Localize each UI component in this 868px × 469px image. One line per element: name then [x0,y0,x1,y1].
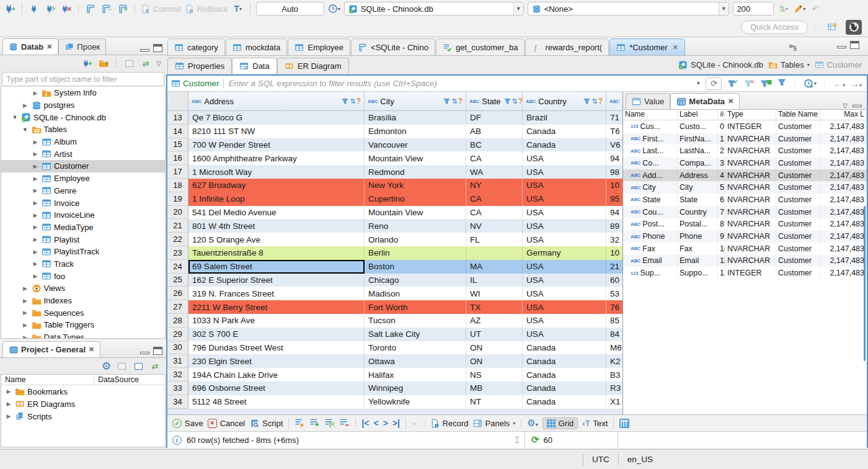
rollback-button[interactable]: Rollback [185,4,228,14]
grid-row[interactable]: 17 1 Microsoft Way Redmond WA USA 98 [167,165,622,179]
cell-country[interactable]: Canada [523,368,606,382]
tree-item[interactable]: Indexes [1,295,165,307]
new-connection-icon[interactable]: + [81,57,93,69]
cell-address[interactable]: 69 Salem Street [188,260,365,274]
breadcrumb-tables[interactable]: Tables ▾ [768,60,810,69]
fetch-size-input[interactable]: 200 [733,2,774,16]
disclosure-triangle-icon[interactable] [32,249,39,255]
collapse-all-icon[interactable] [115,360,128,372]
column-info-icon[interactable]: ? [518,97,523,105]
cell-country[interactable]: USA [523,165,606,179]
close-icon[interactable]: ✕ [89,346,94,354]
cell-city[interactable]: Halifax [365,368,466,382]
filter-icon[interactable] [443,97,451,105]
text-mode-button[interactable]: ‹TText [582,419,608,428]
row-number[interactable]: 27 [167,300,188,314]
cell-postalcode-partial[interactable]: 76 [606,300,622,314]
row-number[interactable]: 18 [167,179,188,192]
disclosure-triangle-icon[interactable] [32,273,39,279]
cell-postalcode-partial[interactable]: V6 [606,138,622,152]
cell-country[interactable]: USA [523,206,606,220]
settings-gear-icon[interactable]: ⚙ [102,360,111,373]
maximize-icon[interactable] [153,347,162,355]
tree-item[interactable]: Table Triggers [1,319,165,331]
previous-row-icon[interactable]: < [373,418,378,428]
cell-address[interactable]: Qe 7 Bloco G [188,111,365,125]
row-number[interactable]: 25 [167,274,188,287]
more-tabs-indicator[interactable]: »5 [789,41,797,52]
row-number[interactable]: 15 [167,138,188,152]
cell-city[interactable]: Mountain View [365,206,466,220]
grid-row[interactable]: 28 1033 N Park Ave Tucson AZ USA 85 [167,314,622,328]
close-icon[interactable]: ✕ [728,97,733,105]
cell-address[interactable]: 8210 111 ST NW [188,125,365,138]
cell-country[interactable]: Germany [523,246,606,260]
sort-icon[interactable]: ⇅ [451,97,457,105]
cell-address[interactable]: Tauentzienstraße 8 [188,246,365,260]
cell-state[interactable]: CA [466,192,523,206]
disclosure-triangle-icon[interactable] [32,139,39,145]
editor-tab[interactable]: *Customer ✕ [609,38,685,55]
editor-tab[interactable]: mockdata ✕ [226,38,287,55]
disclosure-triangle-icon[interactable] [32,163,39,169]
grid-row[interactable]: 27 2211 W Berry Street Fort Worth TX USA… [167,300,622,314]
sync-icon[interactable]: ⇅▾ [777,2,790,15]
save-filter-icon[interactable]: ▣ [760,79,772,89]
invalidate-connection-icon[interactable]: ⟳ [44,2,56,15]
disclosure-triangle-icon[interactable] [32,236,39,243]
metadata-row[interactable]: ABCEmail Email 11 NVARCHAR Customer 2,14… [623,255,867,267]
cell-country[interactable]: Canada [523,395,606,409]
row-number[interactable]: 16 [167,151,188,165]
cell-address[interactable]: 5112 48 Street [188,395,365,409]
cell-state[interactable]: UT [466,328,523,341]
cell-city[interactable]: Boston [365,260,466,274]
cell-address[interactable]: 1 Infinite Loop [188,192,365,206]
filter-icon[interactable] [341,97,349,105]
history-icon[interactable]: ▾ [328,2,340,15]
editor-tab[interactable]: get_customer_ba ✕ [436,38,525,55]
cancel-button[interactable]: ✕Cancel [208,419,245,428]
goto-row-icon[interactable]: ⤷ [412,418,416,428]
tree-item[interactable]: Artist [1,148,165,160]
view-menu-icon[interactable]: ▽ [156,60,161,67]
open-perspective-icon[interactable] [825,20,841,35]
meta-col-name[interactable]: Name [623,110,678,120]
cell-state[interactable]: NT [466,395,523,409]
cell-state[interactable]: MB [466,382,523,395]
breadcrumb-connection[interactable]: SQLite - Chinook.db [678,60,763,69]
metadata-row[interactable]: ABCPhone Phone 9 NVARCHAR Customer 2,147… [623,230,867,243]
tree-item[interactable]: foo [1,270,165,282]
brush-icon[interactable]: ▾ [794,2,806,15]
row-number[interactable]: 14 [167,125,188,138]
tree-item[interactable]: postgres [1,99,165,112]
cell-city[interactable]: Fort Worth [365,300,466,314]
minimize-icon[interactable] [852,105,862,107]
cell-state[interactable]: TX [466,300,523,314]
disclosure-triangle-icon[interactable] [22,322,29,328]
meta-col-label[interactable]: Label [678,110,718,120]
subtab[interactable]: Properties [167,58,232,74]
cell-address[interactable]: 120 S Orange Ave [188,233,365,246]
cell-city[interactable]: Reno [365,219,466,233]
undo-icon[interactable]: ↶ [810,2,822,15]
grid-row[interactable]: 24 69 Salem Street Boston MA USA 21 [167,260,622,274]
cell-state[interactable]: NS [466,368,523,382]
disclosure-triangle-icon[interactable] [32,187,39,194]
column-header-country[interactable]: ABC Country ⇅? [523,92,606,110]
disclosure-triangle-icon[interactable] [11,114,19,120]
disclosure-triangle-icon[interactable] [32,90,39,96]
cell-postalcode-partial[interactable]: 84 [606,328,622,341]
cell-postalcode-partial[interactable]: 94 [606,206,622,220]
grid-row[interactable]: 16 1600 Amphitheatre Parkway Mountain Vi… [167,151,622,165]
metadata-row[interactable]: ABCLast... LastNa... 2 NVARCHAR Customer… [623,145,867,157]
cell-address[interactable]: 696 Osborne Street [188,382,365,395]
cell-address[interactable]: 700 W Pender Street [188,138,365,152]
minimize-icon[interactable] [837,46,846,48]
disclosure-triangle-icon[interactable] [22,127,29,133]
cell-state[interactable]: FL [466,233,523,246]
cell-address[interactable]: 627 Broadway [188,179,365,192]
editor-tab[interactable]: <SQLite - Chino ✕ [351,38,435,55]
metadata-row[interactable]: ABCCo... Compa... 3 NVARCHAR Customer 2,… [623,157,867,169]
cell-state[interactable]: CA [466,206,523,220]
disclosure-triangle-icon[interactable] [22,298,29,304]
